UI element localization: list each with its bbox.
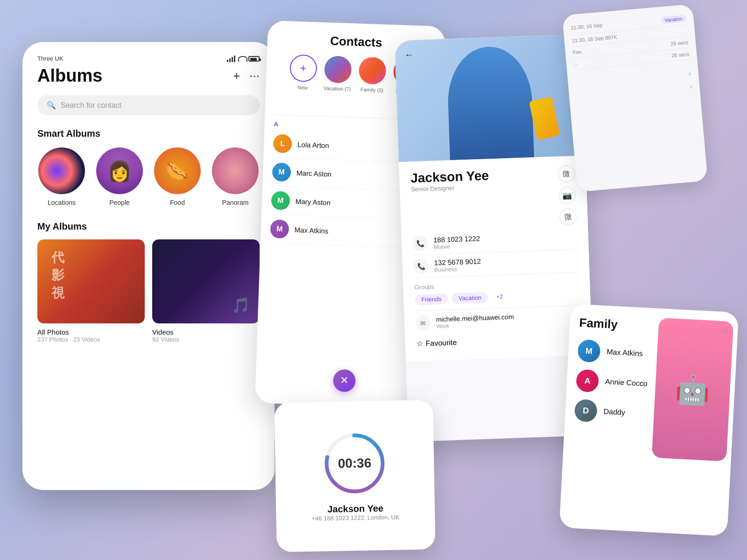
star-icon: ☆ xyxy=(416,339,423,348)
videos-image xyxy=(152,239,260,323)
daddy-member-name: Daddy xyxy=(603,407,625,417)
small-label-4: ... xyxy=(574,61,578,67)
search-placeholder: Search for contact xyxy=(61,101,121,110)
album-videos[interactable]: Videos 92 Videos xyxy=(152,239,260,343)
chevron-icon: › xyxy=(688,69,691,77)
small-label-3: Fav. xyxy=(572,49,583,55)
vacation-thumb xyxy=(324,56,352,84)
groups-section: Groups Friends Vacation +2 xyxy=(414,273,579,311)
smart-album-people[interactable]: 👩 People xyxy=(95,147,144,206)
annie-member-avatar: A xyxy=(576,369,599,392)
vacation-label: Vacation (7) xyxy=(324,85,351,92)
search-bar[interactable]: 🔍 Search for contact xyxy=(37,95,260,115)
timer-ring: 00:36 xyxy=(321,430,388,497)
lola-avatar: L xyxy=(273,134,292,153)
max-member-name: Max Atkins xyxy=(606,348,643,358)
family-img xyxy=(359,56,387,84)
status-icons xyxy=(227,56,260,62)
profile-name: Jackson Yee xyxy=(410,168,489,186)
panorama-label: Panoram xyxy=(222,199,249,206)
wifi-icon xyxy=(238,56,246,62)
marc-name: Marc Aston xyxy=(296,168,332,178)
new-group-label: New xyxy=(297,84,308,91)
my-albums-title: My Albums xyxy=(37,221,260,232)
profile-social-icons: 微 📷 微 xyxy=(558,165,577,225)
add-button[interactable]: + xyxy=(233,69,240,83)
videos-count: 92 Videos xyxy=(152,336,260,343)
email-icon: ✉ xyxy=(416,315,431,331)
groups-label: Groups xyxy=(414,278,578,291)
small-tag-1: Vacation xyxy=(661,15,686,24)
vacation-tag: Vacation xyxy=(451,292,488,304)
small-dur-3: 26 secs xyxy=(670,40,689,47)
annie-member-img: A xyxy=(576,369,599,392)
all-photos-image xyxy=(37,239,145,323)
locations-label: Locations xyxy=(48,199,76,206)
timer-contact-name: Jackson Yee xyxy=(327,503,383,515)
family-thumb xyxy=(359,56,387,84)
mary-name: Mary Aston xyxy=(296,197,331,206)
small-time-2: 11:30, 16 Sep 897K xyxy=(571,34,617,43)
vacation-img xyxy=(324,56,352,84)
lola-name: Lola Arton xyxy=(297,140,329,149)
phone-small-top-right: 11:30, 16 Sep Vacation 11:30, 16 Sep 897… xyxy=(562,4,708,192)
max-member-avatar: M xyxy=(577,339,600,363)
more-button[interactable]: ··· xyxy=(249,69,260,83)
smart-album-panorama[interactable]: Panoram xyxy=(211,147,260,206)
phone-object xyxy=(529,97,560,140)
chevron-icon-2: › xyxy=(689,82,692,90)
phone-timer: 00:36 Jackson Yee +46 188 1023 1222, Lon… xyxy=(274,400,436,552)
phone-icon-mobile: 📞 xyxy=(413,236,428,251)
group-vacation[interactable]: Vacation (7) xyxy=(324,56,352,92)
daddy-member-img: D xyxy=(574,399,598,422)
family-title: Family xyxy=(579,315,618,332)
instagram-icon[interactable]: 📷 xyxy=(558,187,576,204)
album-all-photos[interactable]: All Photos 237 Photos · 23 Videos xyxy=(37,239,145,343)
mary-avatar: M xyxy=(271,191,290,210)
timer-value: 00:36 xyxy=(338,455,371,471)
albums-grid: All Photos 237 Photos · 23 Videos Videos… xyxy=(37,239,260,343)
new-group-btn[interactable]: + xyxy=(289,54,317,82)
all-photos-name: All Photos xyxy=(37,328,145,336)
max-avatar-img: M xyxy=(270,219,289,238)
food-label: Food xyxy=(170,199,185,206)
fab-close-btn[interactable]: ✕ xyxy=(333,369,356,392)
back-button[interactable]: ← xyxy=(404,49,414,61)
email-detail: michelle.mei@huawei.com Work xyxy=(436,313,514,330)
panorama-thumb xyxy=(212,147,259,194)
group-family[interactable]: Family (3) xyxy=(358,56,387,93)
lola-avatar-img: L xyxy=(273,134,292,153)
group-new[interactable]: + New xyxy=(289,54,317,91)
profile-header-image: ← xyxy=(395,34,585,162)
signal-icon xyxy=(227,56,235,62)
small-dur-4: 26 secs xyxy=(671,51,690,58)
people-label: People xyxy=(109,199,130,206)
friends-tag: Friends xyxy=(415,294,448,305)
food-thumb: 🌭 xyxy=(154,147,201,194)
max-avatar: M xyxy=(270,219,289,238)
weibo-icon[interactable]: 微 xyxy=(559,208,577,225)
phone-icon-business: 📞 xyxy=(413,259,429,274)
battery-icon xyxy=(248,56,260,62)
max-name: Max Atkins xyxy=(295,225,329,235)
annie-member-name: Annie Cocco xyxy=(605,378,648,388)
smart-album-food[interactable]: 🌭 Food xyxy=(153,147,202,206)
more-groups-btn[interactable]: +2 xyxy=(492,291,507,302)
mary-avatar-img: M xyxy=(271,191,290,210)
wechat-icon[interactable]: 微 xyxy=(558,165,575,182)
profile-content: Jackson Yee Senior Designer 微 📷 微 📞 188 … xyxy=(399,155,592,362)
videos-name: Videos xyxy=(152,328,260,336)
phone-profile: ← Jackson Yee Senior Designer 微 📷 微 📞 18… xyxy=(395,34,595,441)
small-time-1: 11:30, 16 Sep xyxy=(571,22,603,32)
people-thumb: 👩 xyxy=(96,147,143,194)
family-label: Family (3) xyxy=(360,87,383,93)
group-tags: Friends Vacation +2 xyxy=(415,289,579,305)
people-icon: 👩 xyxy=(96,147,143,194)
locations-thumb xyxy=(38,147,85,194)
smart-albums-title: Smart Albums xyxy=(37,128,260,139)
phone-detail-business: 132 5678 9012 Business xyxy=(434,253,578,273)
smart-album-locations[interactable]: Locations xyxy=(37,147,86,206)
smart-albums-grid: Locations 👩 People 🌭 Food Panoram xyxy=(37,147,260,206)
all-photos-count: 237 Photos · 23 Videos xyxy=(37,336,145,343)
profile-name-block: Jackson Yee Senior Designer 微 📷 微 xyxy=(410,165,577,231)
